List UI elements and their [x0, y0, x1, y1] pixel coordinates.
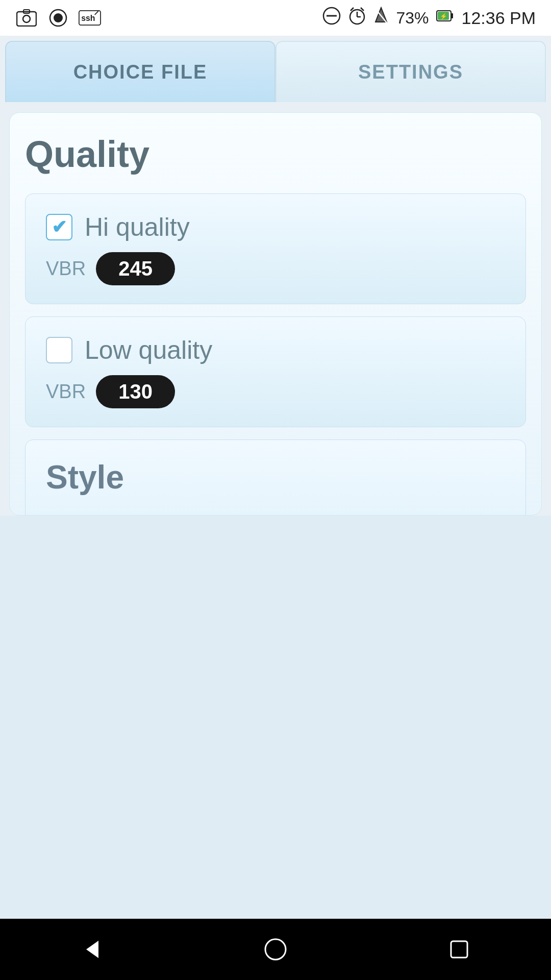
svg-text:⚡: ⚡	[440, 12, 447, 20]
low-quality-header: Low quality	[46, 335, 505, 365]
svg-point-22	[265, 939, 286, 960]
low-vbr-value[interactable]: 130	[96, 375, 175, 408]
svg-point-4	[54, 13, 63, 22]
do-not-disturb-icon	[322, 7, 341, 29]
status-left: ssh	[15, 7, 101, 29]
photo-icon	[15, 7, 38, 29]
tab-settings[interactable]: SETTINGS	[276, 41, 546, 102]
status-bar: ssh 73%	[0, 0, 551, 36]
style-section-title: Style	[46, 458, 505, 496]
low-vbr-label: VBR	[46, 381, 86, 403]
low-quality-label: Low quality	[85, 335, 212, 365]
battery-icon: ⚡	[436, 7, 454, 29]
status-right: 73% ⚡ 12:36 PM	[322, 6, 536, 30]
quality-section-title: Quality	[25, 133, 526, 175]
svg-text:ssh: ssh	[81, 14, 95, 22]
nav-home-button[interactable]	[255, 929, 296, 970]
hi-quality-checkbox[interactable]: ✔	[46, 214, 72, 240]
hi-quality-option[interactable]: ✔ Hi quality VBR 245	[25, 193, 526, 304]
tab-choice-file[interactable]: CHOICE FILE	[5, 41, 276, 102]
svg-line-7	[95, 11, 98, 15]
alarm-icon	[348, 6, 366, 30]
battery-percent: 73%	[396, 9, 429, 28]
low-quality-checkbox[interactable]	[46, 337, 72, 363]
hi-quality-label: Hi quality	[85, 212, 190, 242]
low-quality-option[interactable]: Low quality VBR 130	[25, 316, 526, 427]
svg-point-1	[23, 15, 30, 22]
ssh-icon: ssh	[79, 7, 101, 29]
low-quality-vbr-row: VBR 130	[46, 375, 505, 408]
record-icon	[47, 7, 69, 29]
hi-vbr-label: VBR	[46, 258, 86, 280]
nav-bar	[0, 919, 551, 980]
bottom-spacer	[0, 516, 551, 919]
svg-rect-18	[451, 13, 453, 18]
hi-vbr-value[interactable]: 245	[96, 252, 175, 285]
main-content: Quality ✔ Hi quality VBR 245 Low quality	[0, 102, 551, 516]
svg-rect-23	[451, 941, 467, 958]
svg-marker-21	[86, 941, 98, 958]
style-section: Style White Dark	[25, 439, 526, 516]
hi-quality-header: ✔ Hi quality	[46, 212, 505, 242]
checkmark-icon: ✔	[52, 218, 67, 236]
nav-recent-button[interactable]	[439, 929, 480, 970]
tab-bar: CHOICE FILE SETTINGS	[0, 36, 551, 102]
nav-back-button[interactable]	[71, 929, 112, 970]
hi-quality-vbr-row: VBR 245	[46, 252, 505, 285]
silent-icon	[373, 7, 389, 29]
time-display: 12:36 PM	[461, 8, 536, 28]
svg-rect-0	[17, 12, 36, 26]
style-white-option[interactable]: White	[46, 511, 505, 516]
content-card: Quality ✔ Hi quality VBR 245 Low quality	[9, 112, 542, 516]
